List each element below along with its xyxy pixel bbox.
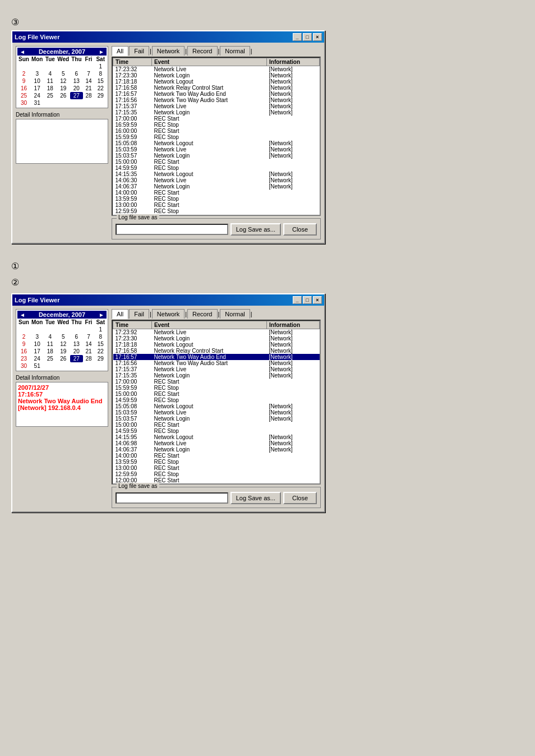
- cal-day[interactable]: 6: [70, 70, 82, 77]
- cal-prev-1[interactable]: ◄: [20, 49, 25, 55]
- table-row[interactable]: 14:15:35Network Logout[Network]: [113, 171, 320, 177]
- table-row[interactable]: 13:59:59REC Stop: [113, 196, 320, 202]
- cal-day[interactable]: 13: [70, 340, 82, 348]
- table-row[interactable]: 17:16:56Network Two Way Audio Start[Netw…: [113, 97, 320, 103]
- cal-day[interactable]: 18: [44, 348, 56, 355]
- table-row[interactable]: 17:16:58Network Relay Control Start[Netw…: [113, 85, 320, 91]
- cal-day[interactable]: 15: [94, 77, 107, 85]
- cal-day[interactable]: 28: [83, 355, 95, 362]
- cal-day[interactable]: 9: [17, 340, 30, 348]
- cal-day[interactable]: 16: [17, 85, 30, 92]
- cal-day[interactable]: 13: [70, 77, 82, 85]
- cal-day[interactable]: 11: [44, 77, 56, 85]
- close-btn-1[interactable]: ×: [313, 33, 322, 41]
- cal-day[interactable]: 24: [30, 92, 44, 99]
- cal-day[interactable]: 31: [30, 99, 44, 107]
- minimize-btn-1[interactable]: _: [293, 33, 302, 41]
- table-row[interactable]: 14:06:37Network Login[Network]: [113, 446, 320, 453]
- cal-day[interactable]: 6: [70, 333, 82, 340]
- cal-day[interactable]: 51: [30, 362, 44, 370]
- log-scroll-2[interactable]: Time Event Information 17:23:92Network L…: [113, 321, 320, 483]
- cal-day[interactable]: 22: [94, 348, 107, 355]
- cal-day[interactable]: 25: [17, 92, 30, 99]
- table-row[interactable]: 17:15:37Network Live[Network]: [113, 103, 320, 109]
- cal-day[interactable]: 1: [94, 326, 107, 333]
- cal-next-2[interactable]: ►: [99, 312, 104, 318]
- table-row[interactable]: 14:06:37Network Login[Network]: [113, 183, 320, 190]
- close-btn-2[interactable]: ×: [313, 296, 322, 304]
- table-row[interactable]: 14:15:95Network Logout[Network]: [113, 434, 320, 440]
- cal-prev-2[interactable]: ◄: [20, 312, 25, 318]
- cal-day[interactable]: 1: [94, 63, 107, 70]
- cal-day[interactable]: 8: [94, 333, 107, 340]
- table-row[interactable]: 12:59:59REC Stop: [113, 208, 320, 214]
- log-save-btn-1[interactable]: Log Save as...: [230, 223, 281, 236]
- cal-day[interactable]: 7: [83, 70, 95, 77]
- cal-day[interactable]: 15: [94, 340, 107, 348]
- table-row[interactable]: 13:00:00REC Start: [113, 202, 320, 208]
- cal-day[interactable]: 9: [17, 77, 30, 85]
- table-row[interactable]: 17:16:58Network Relay Control Start[Netw…: [113, 348, 320, 354]
- cal-day[interactable]: 12: [56, 77, 70, 85]
- cal-day[interactable]: 5: [56, 333, 70, 340]
- table-row[interactable]: 14:59:59REC Stop: [113, 397, 320, 403]
- save-path-input-2[interactable]: [116, 492, 228, 504]
- cal-day[interactable]: 20: [70, 348, 82, 355]
- cal-day[interactable]: 2: [17, 333, 30, 340]
- table-row[interactable]: 15:00:00REC Start: [113, 391, 320, 397]
- table-row[interactable]: 13:59:59REC Stop: [113, 459, 320, 465]
- tab-record-1[interactable]: Record: [187, 46, 217, 56]
- cal-day[interactable]: 10: [30, 340, 44, 348]
- table-row[interactable]: 17:23:92Network Live[Network]: [113, 329, 320, 336]
- tab-fail-2[interactable]: Fail: [129, 309, 149, 319]
- cal-day[interactable]: 30: [17, 99, 30, 107]
- cal-next-1[interactable]: ►: [99, 49, 104, 55]
- table-row[interactable]: 15:03:57Network Login[Network]: [113, 416, 320, 422]
- table-row[interactable]: 17:16:57Network Two Way Audio End[Networ…: [113, 354, 320, 360]
- cal-day[interactable]: 4: [44, 70, 56, 77]
- cal-day[interactable]: 28: [83, 92, 95, 99]
- cal-day[interactable]: 21: [83, 85, 95, 92]
- save-path-input-1[interactable]: [116, 224, 228, 235]
- table-row[interactable]: 16:59:59REC Stop: [113, 122, 320, 128]
- cal-day[interactable]: 25: [44, 92, 56, 99]
- cal-day[interactable]: 25: [44, 355, 56, 362]
- table-row[interactable]: 17:15:37Network Live[Network]: [113, 366, 320, 372]
- cal-day[interactable]: 12: [56, 340, 70, 348]
- tab-normal-2[interactable]: Normal: [220, 309, 250, 319]
- table-row[interactable]: 16:00:00REC Start: [113, 128, 320, 134]
- table-row[interactable]: 14:06:98Network Live[Network]: [113, 440, 320, 446]
- table-row[interactable]: 15:03:59Network Live[Network]: [113, 409, 320, 416]
- table-row[interactable]: 12:59:59REC Stop: [113, 471, 320, 477]
- table-row[interactable]: 14:00:00REC Start: [113, 453, 320, 459]
- minimize-btn-2[interactable]: _: [293, 296, 302, 304]
- cal-day[interactable]: 26: [56, 355, 70, 362]
- table-row[interactable]: 14:59:59REC Stop: [113, 428, 320, 434]
- tab-all-1[interactable]: All: [112, 46, 128, 56]
- close-win-btn-2[interactable]: Close: [283, 492, 317, 504]
- cal-day[interactable]: 10: [30, 77, 44, 85]
- table-row[interactable]: 14:06:30Network Live[Network]: [113, 177, 320, 183]
- cal-day[interactable]: 16: [17, 348, 30, 355]
- tab-normal-1[interactable]: Normal: [220, 46, 250, 56]
- tab-fail-1[interactable]: Fail: [129, 46, 149, 56]
- close-win-btn-1[interactable]: Close: [283, 223, 317, 236]
- table-row[interactable]: 17:15:35Network Login[Network]: [113, 109, 320, 116]
- table-row[interactable]: 15:03:57Network Login[Network]: [113, 153, 320, 159]
- cal-day[interactable]: 18: [44, 85, 56, 92]
- tab-record-2[interactable]: Record: [187, 309, 217, 319]
- table-row[interactable]: 17:23:30Network Login[Network]: [113, 335, 320, 342]
- table-row[interactable]: 15:59:59REC Stop: [113, 134, 320, 140]
- cal-day[interactable]: 20: [70, 85, 82, 92]
- maximize-btn-1[interactable]: □: [303, 33, 312, 41]
- table-row[interactable]: 17:23:30Network Login[Network]: [113, 72, 320, 79]
- cal-day[interactable]: 2: [17, 70, 30, 77]
- cal-day[interactable]: 7: [83, 333, 95, 340]
- tab-all-2[interactable]: All: [112, 309, 128, 319]
- cal-day[interactable]: 29: [94, 355, 107, 362]
- table-row[interactable]: 14:00:00REC Start: [113, 190, 320, 196]
- cal-day[interactable]: 14: [83, 340, 95, 348]
- cal-day[interactable]: 3: [30, 333, 44, 340]
- table-row[interactable]: 15:05:08Network Logout[Network]: [113, 140, 320, 146]
- cal-day[interactable]: 29: [94, 92, 107, 99]
